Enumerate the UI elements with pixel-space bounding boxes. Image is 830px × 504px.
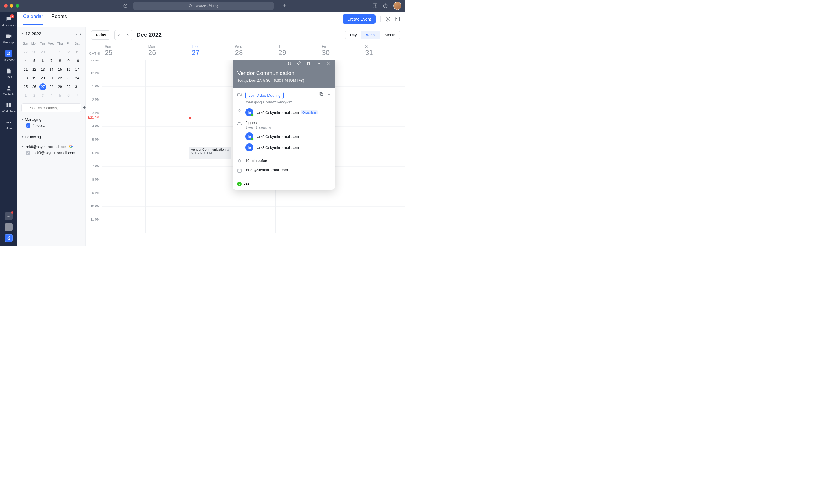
calendar-item-jessica[interactable]: ✓ Jessica bbox=[22, 122, 82, 129]
mini-cal-day[interactable]: 15 bbox=[56, 65, 64, 74]
mini-cal-day[interactable]: 20 bbox=[38, 74, 47, 83]
calendar-item-account[interactable]: ✓ lark9@skymirrormail.com bbox=[22, 149, 82, 157]
nav-contacts[interactable]: Contacts bbox=[3, 85, 14, 96]
mini-cal-day[interactable]: 23 bbox=[64, 74, 73, 83]
delete-icon[interactable] bbox=[306, 61, 311, 66]
mini-cal-day[interactable]: 30 bbox=[47, 48, 56, 57]
nav-calendar[interactable]: 27 Calendar bbox=[3, 50, 15, 62]
tab-calendar[interactable]: Calendar bbox=[23, 13, 43, 25]
mini-cal-day[interactable]: 27 bbox=[22, 48, 30, 57]
mini-cal-day[interactable]: 3 bbox=[38, 91, 47, 100]
nav-workplace[interactable]: Workplace bbox=[2, 102, 15, 113]
mini-cal-day[interactable]: 8 bbox=[56, 57, 64, 65]
section-managing[interactable]: Managing bbox=[22, 117, 82, 122]
mini-cal-day[interactable]: 29 bbox=[38, 48, 47, 57]
mini-cal-day[interactable]: 14 bbox=[47, 65, 56, 74]
rsvp-selector[interactable]: ✓ Yes ⌄ bbox=[232, 178, 335, 190]
day-header[interactable]: Thu29 bbox=[275, 43, 319, 60]
close-window[interactable] bbox=[4, 4, 7, 7]
day-header[interactable]: Sat31 bbox=[362, 43, 406, 60]
mini-cal-day[interactable]: 4 bbox=[22, 57, 30, 65]
rail-app-1[interactable]: ••• bbox=[5, 212, 13, 220]
mini-cal-day[interactable]: 17 bbox=[73, 65, 82, 74]
mini-cal-day[interactable]: 6 bbox=[38, 57, 47, 65]
mini-cal-day[interactable]: 7 bbox=[47, 57, 56, 65]
day-header[interactable]: Wed28 bbox=[232, 43, 276, 60]
close-icon[interactable] bbox=[326, 61, 330, 66]
mini-cal-day[interactable]: 7 bbox=[73, 91, 82, 100]
mini-cal-day[interactable]: 19 bbox=[30, 74, 39, 83]
day-column[interactable] bbox=[102, 60, 146, 233]
mini-cal-day[interactable]: 10 bbox=[73, 57, 82, 65]
add-contact-button[interactable]: + bbox=[83, 104, 86, 111]
day-header[interactable]: Mon26 bbox=[145, 43, 189, 60]
day-header[interactable]: Fri30 bbox=[319, 43, 362, 60]
profile-avatar[interactable] bbox=[393, 2, 402, 10]
mini-cal-day[interactable]: 12 bbox=[30, 65, 39, 74]
google-icon[interactable]: G bbox=[288, 61, 291, 66]
maximize-window[interactable] bbox=[15, 4, 19, 7]
minimize-window[interactable] bbox=[10, 4, 13, 7]
mini-cal-day[interactable]: 31 bbox=[73, 83, 82, 91]
copy-icon[interactable] bbox=[319, 92, 323, 96]
mini-cal-day[interactable]: 27 bbox=[38, 83, 47, 91]
day-column[interactable] bbox=[146, 60, 189, 233]
mini-cal-day[interactable]: 6 bbox=[64, 91, 73, 100]
join-video-button[interactable]: Join Video Meeting bbox=[245, 92, 284, 99]
nav-meetings[interactable]: Meetings bbox=[3, 33, 15, 44]
day-header[interactable]: Sun25 bbox=[102, 43, 145, 60]
mini-cal-day[interactable]: 30 bbox=[64, 83, 73, 91]
nav-docs[interactable]: Docs bbox=[5, 67, 12, 79]
section-account[interactable]: lark9@skymirrormail.com bbox=[22, 144, 82, 149]
popout-icon[interactable] bbox=[395, 17, 400, 22]
next-month[interactable]: › bbox=[80, 31, 82, 36]
mini-cal-day[interactable]: 5 bbox=[56, 91, 64, 100]
global-search[interactable]: Search (⌘+K) bbox=[133, 2, 274, 10]
nav-messenger[interactable]: 9 Messenger bbox=[1, 15, 15, 27]
today-button[interactable]: Today bbox=[91, 30, 110, 40]
day-column[interactable] bbox=[362, 60, 406, 233]
layout-icon[interactable] bbox=[373, 3, 378, 8]
mini-cal-day[interactable]: 22 bbox=[56, 74, 64, 83]
mini-cal-day[interactable]: 16 bbox=[64, 65, 73, 74]
new-item-button[interactable]: + bbox=[283, 3, 286, 9]
next-week[interactable]: › bbox=[123, 30, 132, 40]
nav-more[interactable]: More bbox=[5, 119, 12, 130]
create-event-button[interactable]: Create Event bbox=[343, 14, 376, 24]
mini-cal-day[interactable]: 29 bbox=[56, 83, 64, 91]
rail-app-2[interactable] bbox=[5, 223, 13, 231]
mini-cal-day[interactable]: 25 bbox=[22, 83, 30, 91]
edit-icon[interactable] bbox=[296, 61, 301, 66]
rail-app-3[interactable]: 谷 bbox=[5, 234, 13, 242]
mini-cal-day[interactable]: 21 bbox=[47, 74, 56, 83]
prev-week[interactable]: ‹ bbox=[115, 30, 123, 40]
mini-cal-day[interactable]: 24 bbox=[73, 74, 82, 83]
tab-rooms[interactable]: Rooms bbox=[51, 13, 67, 25]
prev-month[interactable]: ‹ bbox=[75, 31, 77, 36]
mini-cal-day[interactable]: 18 bbox=[22, 74, 30, 83]
day-header[interactable]: Tue27 bbox=[189, 43, 232, 60]
mini-cal-day[interactable]: 3 bbox=[73, 48, 82, 57]
mini-cal-day[interactable]: 11 bbox=[22, 65, 30, 74]
chevron-down-icon[interactable]: ⌄ bbox=[327, 92, 330, 96]
event-vendor-communication[interactable]: Vendor CommunicationG 5:30 - 6:30 PM bbox=[189, 147, 231, 159]
mini-cal-day[interactable]: 9 bbox=[64, 57, 73, 65]
search-contacts-input[interactable] bbox=[22, 103, 81, 112]
month-dropdown-icon[interactable] bbox=[22, 33, 24, 34]
more-icon[interactable] bbox=[316, 61, 321, 66]
mini-cal-day[interactable]: 1 bbox=[22, 91, 30, 100]
mini-cal-day[interactable]: 1 bbox=[56, 48, 64, 57]
mini-cal-day[interactable]: 28 bbox=[30, 48, 39, 57]
settings-icon[interactable] bbox=[385, 17, 390, 22]
section-following[interactable]: Following bbox=[22, 135, 82, 139]
mini-cal-day[interactable]: 28 bbox=[47, 83, 56, 91]
history-icon[interactable] bbox=[123, 3, 128, 8]
view-day[interactable]: Day bbox=[346, 31, 361, 39]
mini-cal-day[interactable]: 2 bbox=[64, 48, 73, 57]
help-icon[interactable] bbox=[383, 3, 388, 8]
view-week[interactable]: Week bbox=[361, 31, 380, 39]
mini-cal-day[interactable]: 2 bbox=[30, 91, 39, 100]
view-month[interactable]: Month bbox=[380, 31, 400, 39]
mini-cal-day[interactable]: 13 bbox=[38, 65, 47, 74]
mini-cal-day[interactable]: 4 bbox=[47, 91, 56, 100]
